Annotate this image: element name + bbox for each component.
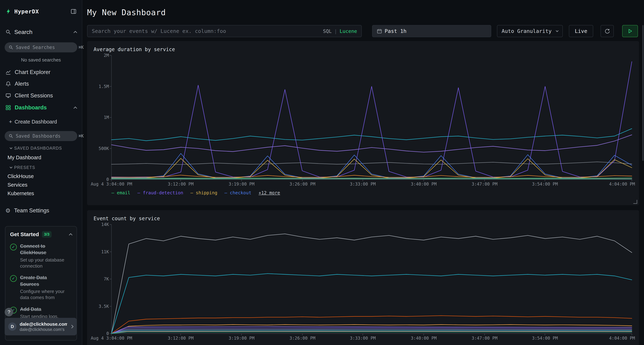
get-started-step[interactable]: ✓ Create Data Sources Configure where yo… <box>10 274 72 301</box>
event-search-input[interactable]: SQL | Lucene <box>87 25 362 37</box>
user-menu[interactable]: D dale@clickhouse.com dale@clickhouse.co… <box>5 318 76 335</box>
y-tick-label: 11K <box>101 249 109 254</box>
y-tick-label: 500K <box>98 146 109 151</box>
granularity-select[interactable]: Auto Granularity <box>497 25 563 37</box>
saved-dashboards-field[interactable] <box>16 133 76 139</box>
gear-icon: ⚙ <box>5 207 10 214</box>
page-title: My New Dashboard <box>87 8 166 17</box>
sidebar-item-services[interactable]: Services <box>0 181 82 189</box>
y-tick-label: 3.5K <box>98 304 109 309</box>
event-search-field[interactable] <box>92 28 320 34</box>
x-tick-label: 3:26:00 PM <box>290 336 316 341</box>
chevron-up-icon[interactable] <box>69 233 72 237</box>
legend-item[interactable]: — email <box>112 344 130 345</box>
language-divider: | <box>334 28 337 34</box>
resize-handle[interactable] <box>633 200 637 204</box>
x-tick-label: 3:12:00 PM <box>168 182 194 187</box>
sidebar-item-client-sessions[interactable]: Client Sessions <box>0 90 82 101</box>
sidebar-item-label: Alerts <box>15 81 29 87</box>
avatar: D <box>8 323 16 331</box>
chevron-down-icon <box>10 146 12 149</box>
section-header-label: SAVED DASHBOARDS <box>14 146 62 151</box>
main-content: My New Dashboard SQL | Lucene Past 1h Au… <box>82 0 644 345</box>
create-dashboard-button[interactable]: + Create Dashboard <box>0 118 82 126</box>
x-tick-label: 3:12:00 PM <box>168 336 194 341</box>
chart-panel-event-count: Event count by service 03.5K7K11K14K Aug… <box>87 210 639 345</box>
scrollbar-thumb[interactable] <box>642 25 644 161</box>
x-tick-label: 3:19:00 PM <box>228 182 254 187</box>
chart-legend: — email— fraud-detection— shipping— chec… <box>112 344 632 345</box>
saved-searches-field[interactable] <box>16 45 76 50</box>
chart-legend: — email— fraud-detection— shipping— chec… <box>112 190 632 195</box>
legend-item[interactable]: — shipping <box>190 344 217 345</box>
y-tick-label: 1M <box>104 115 109 120</box>
x-tick-label: 4:04:00 PM <box>609 336 635 341</box>
x-tick-label: 3:47:00 PM <box>472 182 498 187</box>
sidebar-item-chart-explorer[interactable]: Chart Explorer <box>0 66 82 78</box>
saved-searches-input[interactable]: ⌘K <box>5 42 77 52</box>
x-tick-label: 3:40:00 PM <box>411 182 437 187</box>
grid-icon <box>5 105 11 110</box>
time-range-picker[interactable]: Past 1h <box>372 25 491 37</box>
user-email: dale@clickhouse.com <box>20 321 67 327</box>
legend-item[interactable]: — shipping <box>190 190 217 195</box>
sidebar-item-label: Team Settings <box>14 207 49 214</box>
sidebar-item-label: Client Sessions <box>15 92 53 99</box>
granularity-value: Auto Granularity <box>502 28 552 34</box>
lucene-toggle[interactable]: Lucene <box>340 28 357 34</box>
step-title: Connect to ClickHouse <box>20 243 60 256</box>
legend-item[interactable]: — checkout <box>224 344 252 345</box>
legend-item[interactable]: — email <box>112 190 130 195</box>
brand-logo-icon <box>5 8 12 15</box>
x-tick-label: 3:54:00 PM <box>532 336 558 341</box>
y-tick-label: 0 <box>106 177 109 182</box>
legend-more-link[interactable]: +12 more <box>258 344 280 345</box>
chart-icon <box>5 69 11 75</box>
bell-icon <box>5 81 11 87</box>
y-tick-label: 14K <box>101 222 109 227</box>
monitor-icon <box>5 93 11 98</box>
refresh-button[interactable] <box>600 25 614 37</box>
chart-panel-avg-duration: Average duration by service 0500K1M1.5M2… <box>87 41 639 205</box>
live-button[interactable]: Live <box>569 25 593 37</box>
presets-header[interactable]: PRESETS <box>0 164 82 171</box>
plot-area[interactable] <box>112 55 632 179</box>
legend-more-link[interactable]: +12 more <box>258 190 280 195</box>
refresh-icon <box>604 28 610 34</box>
sidebar-item-team-settings[interactable]: ⚙ Team Settings <box>0 205 82 216</box>
sidebar-item-dashboards[interactable]: Dashboards <box>0 102 82 113</box>
sidebar: HyperDX Search ⌘K No saved searches Char… <box>0 0 82 345</box>
sidebar-item-kubernetes[interactable]: Kubernetes <box>0 189 82 198</box>
legend-item[interactable]: — fraud-detection <box>138 344 183 345</box>
help-button[interactable]: ? <box>5 308 13 317</box>
plot-area[interactable] <box>112 225 632 334</box>
chevron-up-icon <box>74 31 77 34</box>
play-icon <box>627 28 633 34</box>
y-tick-label: 0 <box>106 331 109 336</box>
sidebar-item-my-dashboard[interactable]: My Dashboard <box>0 153 82 162</box>
collapse-sidebar-icon[interactable] <box>70 8 76 14</box>
chevron-up-icon <box>74 106 77 110</box>
magnifier-icon <box>8 134 13 138</box>
y-tick-label: 1.5M <box>98 84 109 89</box>
legend-item[interactable]: — fraud-detection <box>138 190 183 195</box>
sql-toggle[interactable]: SQL <box>323 28 332 34</box>
y-tick-label: 2M <box>104 53 109 58</box>
x-tick-label: 3:19:00 PM <box>228 336 254 341</box>
get-started-step[interactable]: ✓ Connect to ClickHouse Set up your data… <box>10 243 72 269</box>
x-tick-label: Aug 4 3:04:00 PM <box>91 336 132 341</box>
shortcut-hint: ⌘K <box>78 45 84 50</box>
sidebar-item-clickhouse[interactable]: ClickHouse <box>0 172 82 180</box>
y-tick-label: 7K <box>104 277 109 282</box>
step-desc: Set up your database connection <box>20 257 65 269</box>
x-tick-label: 3:33:00 PM <box>350 182 376 187</box>
sidebar-section-search[interactable]: Search <box>0 27 82 37</box>
x-axis: Aug 4 3:04:00 PM3:12:00 PM3:19:00 PM3:26… <box>112 334 632 342</box>
get-started-badge: 3/3 <box>42 231 52 238</box>
legend-item[interactable]: — checkout <box>224 190 252 195</box>
sidebar-item-alerts[interactable]: Alerts <box>0 78 82 89</box>
run-query-button[interactable] <box>622 25 638 37</box>
saved-dashboards-input[interactable]: ⌘K <box>5 131 77 141</box>
saved-dashboards-header[interactable]: SAVED DASHBOARDS <box>0 145 82 151</box>
user-org: dale@clickhouse.com's <box>20 327 67 332</box>
